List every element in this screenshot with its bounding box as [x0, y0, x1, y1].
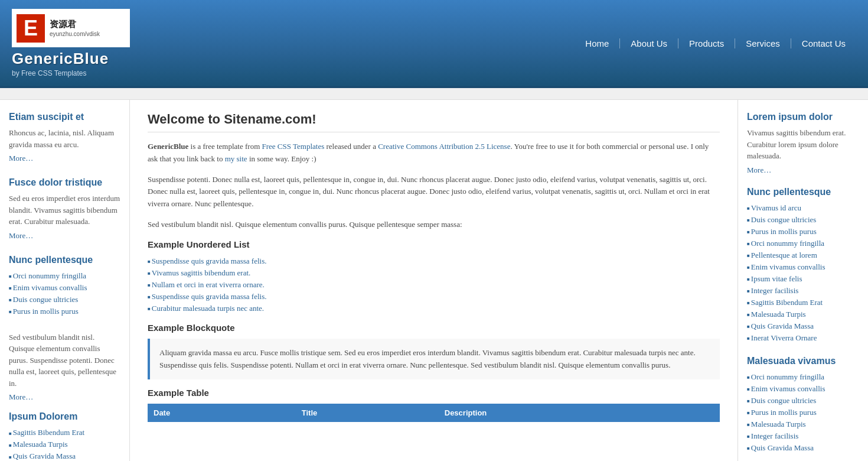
right-section-malesuada: Malesuada vivamus Orci nonummy fringilla…	[747, 356, 859, 454]
list-item: Malesuada Turpis	[747, 309, 859, 320]
sidebar-section-ipsum: Ipsum Dolorem Sagittis Bibendum Erat Mal…	[9, 411, 120, 461]
list-item: Orci nonummy fringilla	[747, 371, 859, 383]
nav-products[interactable]: Products	[678, 38, 735, 48]
sidebar-more-fusce[interactable]: More…	[9, 231, 33, 240]
list-item: Quis Gravida Massa	[747, 442, 859, 454]
list-item: Suspendisse quis gravida massa felis.	[148, 291, 720, 303]
list-item: Duis congue ultricies	[747, 395, 859, 407]
blockquote-heading: Example Blockquote	[148, 323, 720, 333]
list-item: Purus in mollis purus	[747, 226, 859, 238]
page-title: Welcome to Sitename.com!	[148, 112, 720, 132]
logo-area: E 资源君 eyunzhu.com/vdisk GenericBlue by F…	[0, 0, 142, 86]
list-item: Quis Gravida Massa	[747, 320, 859, 332]
intro-paragraph: GenericBlue is a free template from Free…	[148, 141, 720, 165]
list-item: Duis congue ultricies	[9, 294, 120, 306]
example-blockquote: Aliquam gravida massa eu arcu. Fusce mol…	[148, 339, 720, 380]
list-item: Orci nonummy fringilla	[9, 270, 120, 282]
sidebar-section-etiam: Etiam suscipit et Rhoncus ac, lacinia, n…	[9, 112, 120, 163]
list-item: Vivamus sagittis bibendum erat.	[148, 267, 720, 279]
example-table: Date Title Description	[148, 404, 720, 422]
sidebar-section-nunc: Nunc pellentesque Orci nonummy fringilla…	[9, 255, 120, 317]
site-subtitle: by Free CSS Templates	[12, 69, 130, 77]
sidebar-list-nunc: Orci nonummy fringilla Enim vivamus conv…	[9, 270, 120, 317]
subheader-band	[0, 88, 868, 100]
page-wrapper: Etiam suscipit et Rhoncus ac, lacinia, n…	[0, 100, 868, 461]
nav-services[interactable]: Services	[735, 38, 791, 48]
list-item: Ipsum vitae felis	[747, 273, 859, 285]
list-item: Integer facilisis	[747, 285, 859, 297]
sidebar-list-ipsum: Sagittis Bibendum Erat Malesuada Turpis …	[9, 427, 120, 461]
table-heading: Example Table	[148, 388, 720, 398]
right-section-lorem: Lorem ipsum dolor Vivamus sagittis biben…	[747, 112, 859, 175]
list-item: Sagittis Bibendum Erat	[9, 427, 120, 439]
sidebar-heading-nunc: Nunc pellentesque	[9, 255, 120, 265]
nav-about[interactable]: About Us	[620, 38, 678, 48]
list-item: Pellentesque at lorem	[747, 249, 859, 261]
free-css-link[interactable]: Free CSS Templates	[262, 142, 325, 151]
sidebar-heading-fusce: Fusce dolor tristique	[9, 177, 120, 188]
nav-contact[interactable]: Contact Us	[791, 38, 856, 48]
right-heading-lorem: Lorem ipsum dolor	[747, 112, 859, 122]
list-item: Orci nonummy fringilla	[747, 238, 859, 249]
list-item: Curabitur malesuada turpis nec ante.	[148, 303, 720, 314]
header: E 资源君 eyunzhu.com/vdisk GenericBlue by F…	[0, 0, 868, 88]
intro-text1: is a free template from	[188, 142, 262, 151]
table-header-title: Title	[296, 404, 439, 422]
sidebar-bottom-text: Sed vestibulum blandit nisl. Quisque ele…	[9, 332, 120, 389]
right-more-lorem[interactable]: More…	[747, 165, 771, 174]
list-item: Nullam et orci in erat viverra ornare.	[148, 279, 720, 291]
main-content: Welcome to Sitename.com! GenericBlue is …	[130, 100, 738, 461]
example-unordered-list: Suspendisse quis gravida massa felis. Vi…	[148, 255, 720, 314]
left-sidebar: Etiam suscipit et Rhoncus ac, lacinia, n…	[0, 100, 130, 461]
my-site-link[interactable]: my site	[225, 154, 247, 163]
list-item: Vivamus id arcu	[747, 202, 859, 214]
right-heading-malesuada: Malesuada vivamus	[747, 356, 859, 366]
list-item: Enim vivamus convallis	[747, 383, 859, 395]
genericblue-bold: GenericBlue	[148, 142, 188, 151]
right-section-nunc: Nunc pellentesque Vivamus id arcu Duis c…	[747, 187, 859, 344]
site-title: GenericBlue	[12, 50, 130, 68]
nav-home[interactable]: Home	[575, 38, 620, 48]
list-item: Sagittis Bibendum Erat	[747, 297, 859, 309]
list-item: Purus in mollis purus	[747, 407, 859, 418]
right-sidebar: Lorem ipsum dolor Vivamus sagittis biben…	[738, 100, 868, 461]
list-item: Duis congue ultricies	[747, 214, 859, 226]
sidebar-text-etiam: Rhoncus ac, lacinia, nisl. Aliquam gravi…	[9, 127, 120, 150]
list-item: Integer facilisis	[747, 430, 859, 442]
intro-text2: released under a	[324, 142, 378, 151]
main-nav: Home About Us Products Services Contact …	[575, 38, 868, 48]
right-list-nunc: Vivamus id arcu Duis congue ultricies Pu…	[747, 202, 859, 344]
list-item: Inerat Viverra Ornare	[747, 332, 859, 344]
list-item: Enim vivamus convallis	[9, 282, 120, 294]
list-item: Quis Gravida Massa	[9, 450, 120, 461]
cc-license-link[interactable]: Creative Commons Attribution 2.5 License	[378, 142, 510, 151]
sidebar-section-fusce: Fusce dolor tristique Sed eu eros imperd…	[9, 177, 120, 241]
table-header-description: Description	[439, 404, 720, 422]
list-item: Enim vivamus convallis	[747, 261, 859, 273]
logo-url-text: eyunzhu.com/vdisk	[50, 30, 100, 38]
list-item: Malesuada Turpis	[9, 439, 120, 450]
logo-cn-text: 资源君	[50, 18, 100, 30]
para2: Sed vestibulum blandit nisl. Quisque ele…	[148, 219, 720, 231]
list-item: Purus in mollis purus	[9, 306, 120, 317]
sidebar-text-fusce: Sed eu eros imperdiet eros interdum blan…	[9, 193, 120, 228]
sidebar-more-etiam[interactable]: More…	[9, 154, 33, 163]
list-heading: Example Unordered List	[148, 239, 720, 249]
list-item: Malesuada Turpis	[747, 418, 859, 430]
sidebar-heading-ipsum: Ipsum Dolorem	[9, 411, 120, 422]
para1: Suspendisse potenti. Donec nulla est, la…	[148, 174, 720, 210]
logo-e-icon: E	[17, 14, 45, 43]
list-item: Suspendisse quis gravida massa felis.	[148, 255, 720, 267]
logo-image: E 资源君 eyunzhu.com/vdisk	[12, 9, 130, 47]
right-text-lorem: Vivamus sagittis bibendum erat. Curabitu…	[747, 127, 859, 162]
right-heading-nunc: Nunc pellentesque	[747, 187, 859, 197]
intro-text4: in some way. Enjoy :)	[247, 154, 316, 163]
right-list-malesuada: Orci nonummy fringilla Enim vivamus conv…	[747, 371, 859, 454]
sidebar-heading-etiam: Etiam suscipit et	[9, 112, 120, 122]
table-header-date: Date	[148, 404, 296, 422]
sidebar-bottom-more[interactable]: More…	[9, 392, 33, 401]
